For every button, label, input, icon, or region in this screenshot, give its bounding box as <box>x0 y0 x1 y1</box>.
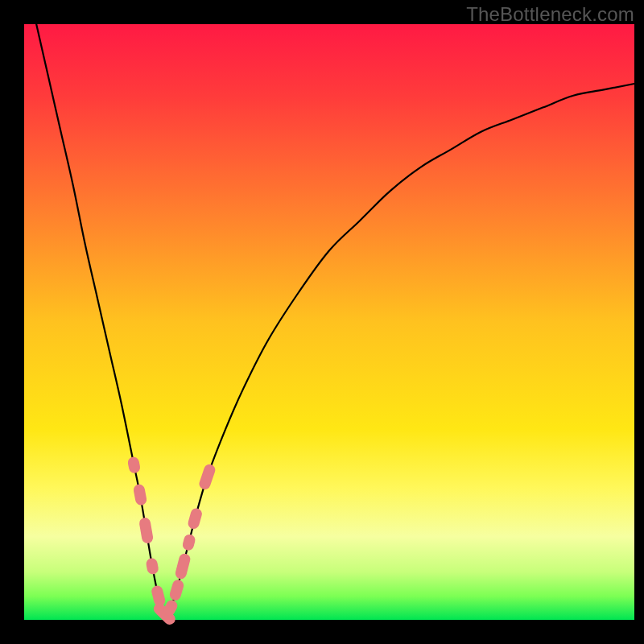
watermark-text: TheBottleneck.com <box>466 3 634 26</box>
bottleneck-chart <box>0 0 644 644</box>
gradient-background <box>24 24 634 620</box>
chart-frame: TheBottleneck.com <box>0 0 644 644</box>
